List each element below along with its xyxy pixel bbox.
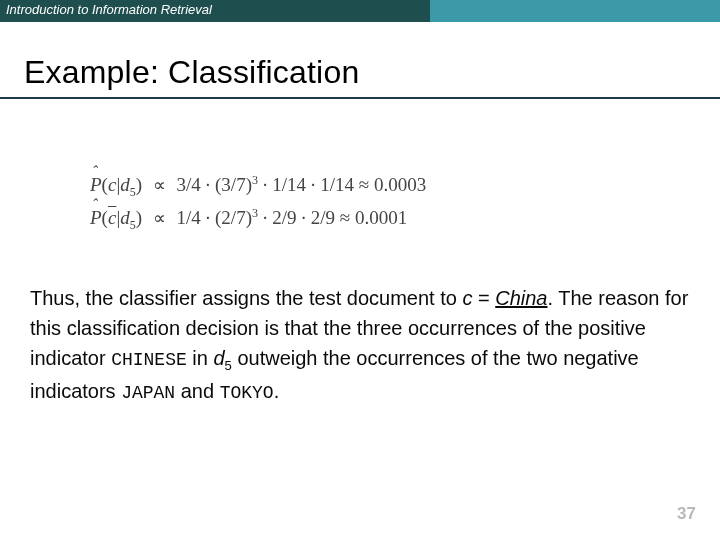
word-chinese: CHINESE (111, 350, 187, 370)
term: 3/4 (177, 174, 201, 195)
equation-row-2: P(c|d5) ∝ 1/4 · (2/7)3 · 2/9 · 2/9 ≈ 0.0… (90, 202, 720, 235)
italic-china: China (495, 287, 547, 309)
propto: ∝ (147, 208, 172, 228)
term: 2/9 (311, 207, 335, 228)
term: 1/4 (177, 207, 201, 228)
dot: · (206, 207, 211, 228)
var-c: c (462, 287, 472, 309)
approx: ≈ (359, 174, 369, 195)
equation-row-1: P(c|d5) ∝ 3/4 · (3/7)3 · 1/14 · 1/14 ≈ 0… (90, 169, 720, 202)
dot: · (263, 207, 268, 228)
equals: = (472, 287, 495, 309)
term: (2/7) (215, 207, 252, 228)
p-hat: P (90, 202, 102, 234)
dot: · (263, 174, 268, 195)
dot: · (206, 174, 211, 195)
text-period: . (274, 380, 280, 402)
text: in (187, 347, 214, 369)
course-title: Introduction to Information Retrieval (0, 0, 430, 22)
class-c: c (108, 174, 116, 195)
term: 1/14 (272, 174, 306, 195)
dot: · (311, 174, 316, 195)
dot: · (301, 207, 306, 228)
doc-num: 5 (130, 185, 136, 199)
approx: ≈ (340, 207, 350, 228)
term: 2/9 (272, 207, 296, 228)
explanation-paragraph: Thus, the classifier assigns the test do… (30, 283, 690, 407)
var-d: d (213, 347, 224, 369)
doc-num: 5 (130, 218, 136, 232)
slide-header: Introduction to Information Retrieval (0, 0, 720, 22)
term: 1/14 (320, 174, 354, 195)
result: 0.0003 (374, 174, 426, 195)
text-and: and (175, 380, 219, 402)
result: 0.0001 (355, 207, 407, 228)
page-number: 37 (677, 504, 696, 524)
propto: ∝ (147, 175, 172, 195)
header-accent (430, 0, 720, 22)
math-block: P(c|d5) ∝ 3/4 · (3/7)3 · 1/14 · 1/14 ≈ 0… (90, 169, 720, 235)
doc-d: d (120, 174, 130, 195)
sub-5: 5 (225, 358, 232, 373)
term: (3/7) (215, 174, 252, 195)
doc-d: d (120, 207, 130, 228)
text: Thus, the classifier assigns the test do… (30, 287, 462, 309)
word-tokyo: TOKYO (220, 383, 274, 403)
class-cbar: c (108, 209, 116, 226)
word-japan: JAPAN (121, 383, 175, 403)
page-title: Example: Classification (24, 54, 720, 91)
exp: 3 (252, 206, 258, 220)
exp: 3 (252, 173, 258, 187)
title-underline (0, 97, 720, 99)
